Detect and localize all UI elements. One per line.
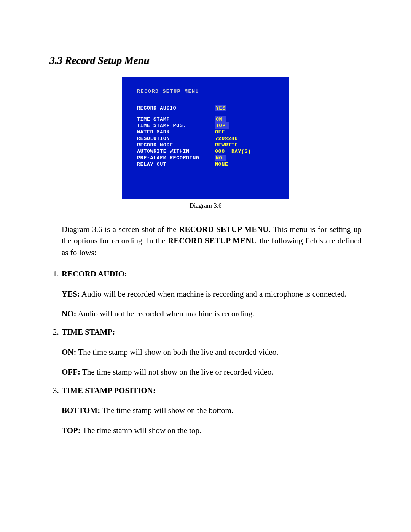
field-name: TIME STAMP: — [62, 326, 362, 338]
field-option-key: TOP: — [62, 426, 81, 435]
field-option-desc: The time stamp will show on both the liv… — [76, 348, 279, 357]
menu-row-label: RECORD AUDIO — [137, 105, 215, 111]
page-title: 3.3 Record Setup Menu — [49, 53, 362, 68]
field-definition: TIME STAMP:ON: The time stamp will show … — [61, 326, 362, 378]
menu-row-value: ON — [215, 116, 226, 122]
field-option-key: NO: — [62, 309, 76, 318]
intro-text: Diagram 3.6 is a screen shot of the — [62, 225, 179, 234]
field-option: ON: The time stamp will show on both the… — [62, 346, 362, 358]
menu-row-label: RELAY OUT — [137, 161, 215, 168]
field-option: NO: Audio will not be recorded when mach… — [62, 308, 362, 319]
menu-row-value: NONE — [215, 161, 228, 168]
intro-paragraph: Diagram 3.6 is a screen shot of the RECO… — [62, 224, 362, 258]
menu-rows: RECORD AUDIOYESTIME STAMPON TIME STAMP P… — [137, 105, 282, 168]
menu-row-value: REWRITE — [215, 142, 238, 148]
menu-row: AUTOWRITE WITHIN000 DAY(S) — [137, 148, 282, 155]
field-option: OFF: The time stamp will not show on the… — [62, 366, 362, 378]
figure-caption: Diagram 3.6 — [49, 201, 362, 211]
field-definitions-list: RECORD AUDIO:YES: Audio will be recorded… — [49, 268, 362, 436]
field-option: BOTTOM: The time stamp will show on the … — [62, 405, 362, 416]
menu-divider — [133, 102, 293, 102]
field-option-desc: Audio will be recorded when machine is r… — [80, 289, 347, 299]
screenshot-figure: RECORD SETUP MENU RECORD AUDIOYESTIME ST… — [122, 77, 289, 199]
menu-row-label: RECORD MODE — [137, 142, 215, 148]
field-option-key: YES: — [62, 289, 80, 299]
menu-row-label: TIME STAMP POS. — [137, 122, 215, 129]
menu-row: RESOLUTION720×240 — [137, 135, 282, 142]
menu-row-value: TOP — [215, 122, 229, 129]
field-definition: TIME STAMP POSITION:BOTTOM: The time sta… — [61, 385, 362, 436]
field-option-desc: The time stamp will not show on the live… — [80, 367, 274, 376]
menu-row: WATER MARKOFF — [137, 129, 282, 135]
intro-bold-2: RECORD SETUP MENU — [168, 236, 257, 245]
menu-row-spacer — [137, 111, 282, 116]
field-option-key: ON: — [62, 348, 76, 357]
menu-row-label: RESOLUTION — [137, 135, 215, 142]
menu-row-value: YES — [215, 105, 226, 111]
menu-title: RECORD SETUP MENU — [137, 88, 282, 95]
menu-row-value: NO — [215, 155, 226, 161]
field-option-key: BOTTOM: — [62, 406, 100, 415]
field-definition: RECORD AUDIO:YES: Audio will be recorded… — [61, 268, 362, 319]
menu-row: RECORD MODEREWRITE — [137, 142, 282, 148]
menu-row: TIME STAMP POS.TOP — [137, 122, 282, 129]
field-option-desc: The time stamp will show on the top. — [81, 426, 202, 435]
field-option: TOP: The time stamp will show on the top… — [62, 425, 362, 436]
field-option-desc: Audio will not be recorded when machine … — [76, 309, 255, 318]
menu-row: PRE-ALARM RECORDINGNO — [137, 155, 282, 161]
menu-row-label: WATER MARK — [137, 129, 215, 135]
field-name: RECORD AUDIO: — [62, 268, 362, 279]
menu-row-label: TIME STAMP — [137, 116, 215, 122]
record-setup-menu-screenshot: RECORD SETUP MENU RECORD AUDIOYESTIME ST… — [122, 77, 289, 199]
field-option-key: OFF: — [62, 367, 80, 376]
field-option: YES: Audio will be recorded when machine… — [62, 288, 362, 300]
field-option-desc: The time stamp will show on the bottom. — [100, 406, 233, 415]
field-name: TIME STAMP POSITION: — [62, 385, 362, 396]
menu-row: RECORD AUDIOYES — [137, 105, 282, 111]
document-page: 3.3 Record Setup Menu RECORD SETUP MENU … — [0, 0, 411, 481]
menu-row-value: 720×240 — [215, 135, 238, 142]
intro-bold-1: RECORD SETUP MENU — [179, 225, 268, 234]
menu-row-label: AUTOWRITE WITHIN — [137, 148, 215, 155]
menu-row-label: PRE-ALARM RECORDING — [137, 155, 215, 161]
menu-row-value: OFF — [215, 129, 225, 135]
menu-row-value: 000 DAY(S) — [215, 148, 251, 155]
menu-row: RELAY OUTNONE — [137, 161, 282, 168]
menu-row: TIME STAMPON — [137, 116, 282, 122]
